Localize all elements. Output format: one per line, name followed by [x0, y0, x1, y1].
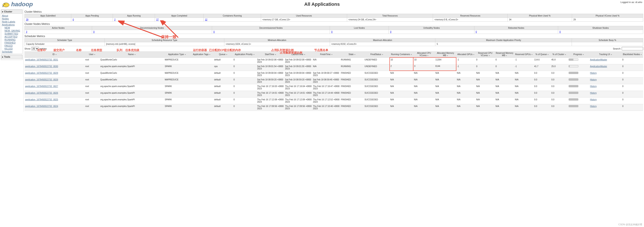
cell: default: [214, 91, 233, 97]
sidebar-state-failed[interactable]: FAILED: [2, 44, 22, 47]
tracking-link[interactable]: ApplicationMaster: [590, 65, 607, 67]
cell: N/A: [476, 77, 495, 84]
cell: N/A: [435, 97, 456, 104]
col-header[interactable]: % of Queue: [534, 51, 550, 57]
sidebar-state-accepted[interactable]: ACCEPTED: [2, 35, 22, 38]
metric-header: Apps Submitted: [25, 14, 71, 18]
sidebar-tools-header[interactable]: ▸ Tools: [1, 55, 22, 59]
cell: root: [84, 104, 100, 111]
search-label: Search:: [613, 47, 621, 50]
col-header[interactable]: Application Tags: [190, 51, 214, 57]
table-row: application_1676450522732_0025rootorg.ap…: [24, 97, 643, 104]
app-id-link[interactable]: application_1676450522732_0028: [25, 78, 58, 81]
col-header[interactable]: Queue: [214, 51, 233, 57]
app-id-link[interactable]: application_1676450522732_0024: [25, 105, 58, 107]
sidebar-state-new[interactable]: NEW: [2, 26, 22, 29]
col-header[interactable]: Allocated Memory MB: [435, 51, 456, 57]
table-row: application_1676450522732_0029rootQuasiM…: [24, 71, 643, 77]
sidebar-scheduler[interactable]: Scheduler: [2, 50, 22, 53]
cell: default: [214, 104, 233, 111]
cell: [190, 64, 214, 71]
col-header[interactable]: User: [84, 51, 100, 57]
cell: N/A: [435, 104, 456, 111]
metric-header: Containers Running: [204, 14, 261, 18]
cell: default: [214, 84, 233, 91]
cell: N/A: [456, 91, 476, 97]
cell: N/A: [435, 91, 456, 97]
sidebar-state-killed[interactable]: KILLED: [2, 47, 22, 50]
tracking-link[interactable]: History: [590, 85, 597, 87]
col-header[interactable]: Tracking UI: [590, 51, 622, 57]
cell: Sat Feb 18 09:02:08 +0800 2023: [256, 57, 284, 64]
col-header[interactable]: Progress: [568, 51, 590, 57]
app-id-link[interactable]: application_1676450522732_0026: [25, 92, 58, 94]
cell: QuasiMonteCarlo: [100, 77, 164, 84]
cell: Sat Feb 18 09:02:09 +0800 2023: [284, 57, 312, 64]
col-header[interactable]: Allocated GPUs: [456, 51, 476, 57]
cell: [190, 104, 214, 111]
cell: History: [590, 97, 622, 104]
col-header[interactable]: Blacklisted Nodes: [622, 51, 643, 57]
tracking-link[interactable]: History: [590, 78, 597, 81]
metric-header: Maximum Cluster Application Priority: [435, 38, 572, 42]
sidebar-link-node-labels[interactable]: Node Labels: [2, 20, 22, 23]
cell: 2: [390, 64, 413, 71]
sidebar-state-finished[interactable]: FINISHED: [2, 41, 22, 44]
table-row: application_1676450522732_0024rootorg.ap…: [24, 104, 643, 111]
col-header[interactable]: Reserved CPU VCores: [476, 51, 495, 57]
sidebar-cluster-header[interactable]: ▸ Cluster: [1, 10, 22, 14]
logo[interactable]: hadoop: [2, 1, 33, 8]
metric-header: Lost Nodes: [330, 26, 389, 30]
sidebar-link-about[interactable]: About: [2, 14, 22, 17]
metric-value: 5: [435, 42, 572, 46]
cell: 0: [622, 64, 643, 71]
col-header[interactable]: Application Priority: [233, 51, 256, 57]
cell: root: [84, 77, 100, 84]
cell: 0: [622, 71, 643, 77]
metric-header: Physical VCores Used %: [572, 14, 643, 18]
cell: N/A: [413, 84, 435, 91]
app-id-link[interactable]: application_1676450522732_0025: [25, 98, 58, 101]
cell: 0.0: [550, 104, 568, 111]
annotation-cluster-pct: 占用集群资源比例: [280, 51, 302, 55]
cell: root: [84, 57, 100, 64]
search-input[interactable]: [622, 47, 643, 50]
sidebar-link-applications[interactable]: Applications: [2, 23, 22, 26]
sidebar-state-submitted[interactable]: SUBMITTED: [2, 32, 22, 35]
sidebar-link-nodes[interactable]: Nodes: [2, 17, 22, 20]
sidebar-state-new_saving[interactable]: NEW_SAVING: [2, 29, 22, 32]
sidebar-state-running[interactable]: RUNNING: [2, 38, 22, 41]
col-header[interactable]: State: [340, 51, 364, 57]
app-id-link[interactable]: application_1676450522732_0031: [25, 58, 58, 61]
col-header[interactable]: FinishTime: [312, 51, 340, 57]
app-id-link[interactable]: application_1676450522732_0030: [25, 65, 58, 67]
col-header[interactable]: ID: [24, 51, 84, 57]
tracking-link[interactable]: ApplicationMaster: [590, 58, 607, 61]
tracking-link[interactable]: History: [590, 105, 597, 107]
tracking-link[interactable]: History: [590, 98, 597, 101]
metric-header: Used Resources: [261, 14, 347, 18]
col-header[interactable]: Reserved Memory MB: [495, 51, 514, 57]
cell: RUNNING: [340, 57, 364, 64]
col-header[interactable]: Name: [100, 51, 164, 57]
cell: N/A: [514, 104, 534, 111]
cell: 0: [233, 104, 256, 111]
app-id-link[interactable]: application_1676450522732_0029: [25, 72, 58, 74]
app-id-link[interactable]: application_1676450522732_0027: [25, 85, 58, 87]
col-header[interactable]: FinalStatus: [364, 51, 390, 57]
col-header[interactable]: Running Containers: [390, 51, 413, 57]
annotation-mem: 已分配的内存: [224, 48, 241, 52]
col-header[interactable]: % of Cluster: [550, 51, 568, 57]
tracking-link[interactable]: History: [590, 72, 597, 74]
col-header[interactable]: Reserved GPUs: [514, 51, 534, 57]
metric-header: Apps Pending: [71, 14, 113, 18]
col-header[interactable]: Allocated CPU VCores: [413, 51, 435, 57]
tracking-link[interactable]: History: [590, 92, 597, 94]
metric-value: 0: [389, 30, 474, 34]
cell: Sat Feb 18 08:59:45 +0800 2023: [312, 77, 340, 84]
table-row: application_1676450522732_0030rootorg.ap…: [24, 64, 643, 71]
col-header[interactable]: Application Type: [164, 51, 190, 57]
cell: 114.6: [534, 57, 550, 64]
metric-header: Shutdown Nodes: [558, 26, 643, 30]
cell: N/A: [495, 97, 514, 104]
